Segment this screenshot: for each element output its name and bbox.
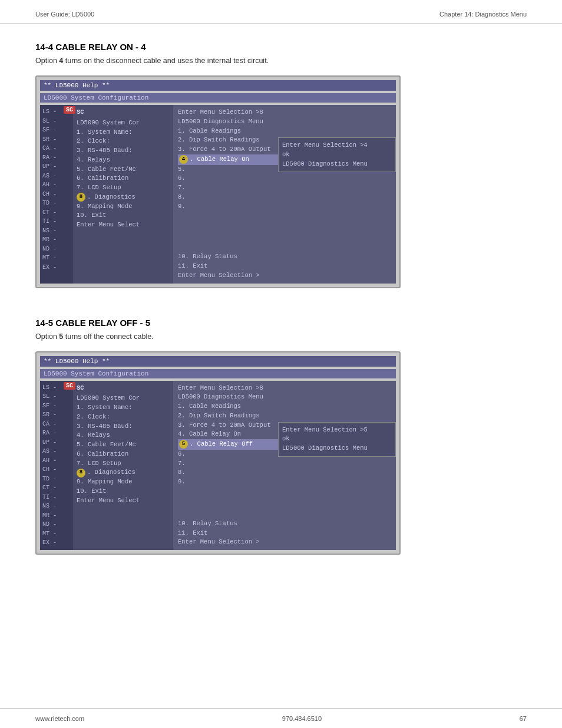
- diag-panel-1: Enter Menu Selection >8 LD5000 Diagnosti…: [173, 105, 396, 284]
- header-left: User Guide: LD5000: [35, 11, 94, 18]
- circle-4-1: 4: [179, 155, 188, 164]
- sc-submenu-1: SC LD5000 System Cor 1. System Name: 2. …: [73, 105, 173, 284]
- terminal-2: ** LD5000 Help ** LD5000 System Configur…: [35, 351, 401, 555]
- terminal-1: ** LD5000 Help ** LD5000 System Configur…: [35, 75, 401, 288]
- section-title-1: 14-4 CABLE RELAY ON - 4: [35, 42, 527, 52]
- section-desc-2: Option 5 turns off the connect cable.: [35, 332, 527, 341]
- sc-badge-1: SC: [64, 106, 75, 114]
- page-header: User Guide: LD5000 Chapter 14: Diagnosti…: [0, 0, 562, 24]
- terminal-title-2: ** LD5000 Help **: [40, 356, 396, 367]
- sub-submenu-1: Enter Menu Selection >4 ok LD5000 Diagno…: [278, 137, 396, 172]
- circle-8-2: 8: [77, 469, 85, 477]
- section-14-4: 14-4 CABLE RELAY ON - 4 Option 4 turns o…: [35, 42, 527, 288]
- page-footer: www.rletech.com 970.484.6510 67: [0, 709, 562, 728]
- footer-left: www.rletech.com: [35, 715, 84, 722]
- main-content: 14-4 CABLE RELAY ON - 4 Option 4 turns o…: [0, 24, 562, 602]
- circle-8-1: 8: [77, 193, 85, 202]
- terminal-title-1: ** LD5000 Help **: [40, 80, 396, 91]
- terminal-inner-1: LS - SL - SF - SR - CA - RA - UP - AS - …: [40, 105, 396, 284]
- left-sidebar-1: LS - SL - SF - SR - CA - RA - UP - AS - …: [40, 105, 73, 284]
- circle-5-2: 5: [179, 440, 188, 449]
- footer-center: 970.484.6510: [282, 715, 322, 722]
- terminal-subtitle-2: LD5000 System Configuration: [40, 369, 396, 378]
- section-title-2: 14-5 CABLE RELAY OFF - 5: [35, 318, 527, 328]
- terminal-inner-2: LS - SL - SF - SR - CA - RA - UP - AS - …: [40, 381, 396, 551]
- sub-submenu-2: Enter Menu Selection >5 ok LD5000 Diagno…: [278, 422, 396, 457]
- sc-submenu-2: SC LD5000 System Cor 1. System Name: 2. …: [73, 381, 173, 551]
- diag-panel-2: Enter Menu Selection >8 LD5000 Diagnosti…: [173, 381, 396, 551]
- section-desc-1: Option 4 turns on the disconnect cable a…: [35, 57, 527, 65]
- footer-right: 67: [520, 715, 527, 722]
- terminal-subtitle-1: LD5000 System Configuration: [40, 93, 396, 103]
- sc-badge-2: SC: [64, 382, 75, 390]
- header-right: Chapter 14: Diagnostics Menu: [439, 11, 527, 18]
- section-14-5: 14-5 CABLE RELAY OFF - 5 Option 5 turns …: [35, 318, 527, 555]
- left-sidebar-2: LS - SL - SF - SR - CA - RA - UP - AS - …: [40, 381, 73, 551]
